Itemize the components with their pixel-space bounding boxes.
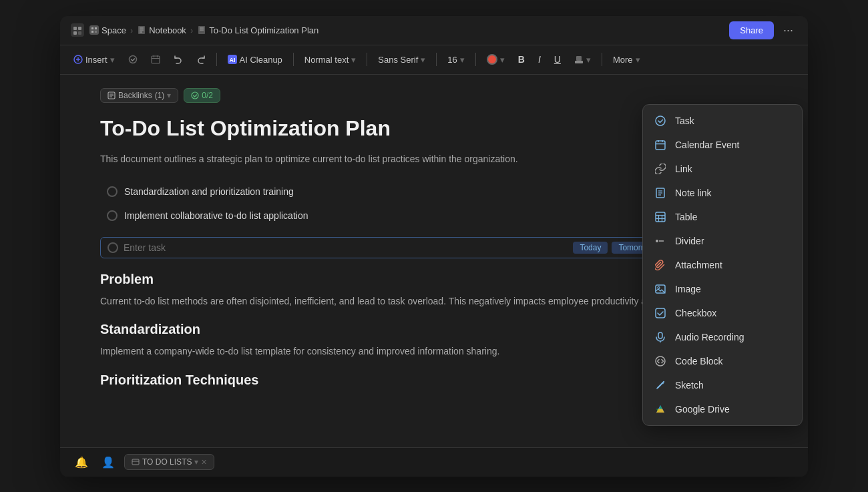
svg-rect-27: [575, 61, 583, 63]
menu-item-calendar-event[interactable]: Calendar Event: [643, 133, 802, 157]
svg-point-20: [129, 56, 136, 63]
redo-button[interactable]: [191, 52, 211, 67]
task-checkbox-1[interactable]: [107, 186, 118, 197]
svg-point-49: [656, 240, 658, 242]
menu-label-image: Image: [675, 284, 701, 294]
font-size-button[interactable]: 16 ▾: [442, 52, 469, 67]
menu-label-code-block: Code Block: [675, 356, 723, 366]
svg-point-33: [192, 92, 198, 99]
task-new-checkbox[interactable]: [107, 242, 118, 253]
google-drive-icon: [654, 403, 667, 416]
svg-rect-44: [656, 212, 665, 222]
bottom-tag-label: TO DO LISTS: [142, 457, 192, 467]
menu-item-table[interactable]: Table: [643, 205, 802, 229]
svg-point-52: [658, 286, 660, 288]
menu-item-image[interactable]: Image: [643, 277, 802, 301]
menu-label-attachment: Attachment: [675, 260, 722, 270]
svg-rect-7: [95, 27, 97, 29]
backlinks-count: (1): [155, 91, 165, 100]
svg-rect-57: [132, 459, 139, 465]
title-bar-actions: Share ···: [729, 21, 797, 40]
breadcrumb-sep-1: ›: [130, 25, 133, 35]
menu-item-sketch[interactable]: Sketch: [643, 373, 802, 397]
menu-label-link: Link: [675, 164, 692, 174]
svg-rect-4: [78, 31, 81, 35]
tasks-count: 0/2: [202, 91, 213, 100]
main-content: Backlinks (1) ▾ 0/2 To-Do List Optimizat…: [60, 75, 808, 447]
today-chip[interactable]: Today: [573, 242, 608, 254]
menu-item-google-drive[interactable]: Google Drive: [643, 397, 802, 421]
breadcrumb-doc[interactable]: To-Do List Optimization Plan: [197, 25, 318, 35]
svg-rect-3: [73, 31, 77, 35]
toolbar-separator-6: [602, 53, 602, 66]
menu-label-google-drive: Google Drive: [675, 404, 730, 415]
tasks-badge[interactable]: 0/2: [184, 88, 220, 103]
insert-dropdown-menu: Task Calendar Event Link Note link: [642, 104, 803, 426]
share-button[interactable]: Share: [729, 21, 774, 39]
remove-tag-button[interactable]: ×: [201, 457, 206, 467]
calendar-button[interactable]: [146, 52, 166, 67]
svg-rect-8: [91, 31, 93, 33]
toolbar-separator-3: [367, 53, 367, 66]
insert-button[interactable]: Insert ▾: [68, 52, 120, 67]
svg-rect-0: [71, 23, 84, 37]
menu-label-checkbox: Checkbox: [675, 308, 716, 318]
text-style-button[interactable]: Normal text ▾: [299, 52, 361, 67]
bottom-tag[interactable]: TO DO LISTS ▾ ×: [124, 454, 214, 470]
menu-item-link[interactable]: Link: [643, 157, 802, 181]
add-collaborator-button[interactable]: 👤: [97, 453, 119, 471]
undo-button[interactable]: [168, 52, 188, 67]
bold-button[interactable]: B: [513, 51, 530, 67]
italic-button[interactable]: I: [533, 51, 546, 67]
menu-item-note-link[interactable]: Note link: [643, 181, 802, 205]
more-button[interactable]: ···: [779, 21, 797, 40]
task-checkbox-2[interactable]: [107, 210, 118, 221]
attachment-icon: [654, 258, 667, 272]
tag-icon: [132, 458, 140, 466]
toolbar-separator-5: [475, 53, 476, 66]
breadcrumb-sep-2: ›: [190, 25, 193, 35]
menu-label-divider: Divider: [675, 236, 704, 246]
menu-label-table: Table: [675, 212, 697, 222]
checkbox-icon: [654, 306, 667, 320]
backlinks-label: Backlinks: [118, 91, 152, 100]
menu-label-calendar-event: Calendar Event: [675, 140, 740, 150]
task-input[interactable]: [124, 242, 568, 253]
calendar-event-icon: [654, 138, 667, 152]
sketch-icon: [654, 379, 667, 392]
code-block-icon: [654, 354, 667, 368]
breadcrumb-notebook[interactable]: Notebook: [137, 25, 186, 35]
image-icon: [654, 282, 667, 296]
svg-rect-1: [73, 27, 77, 30]
svg-rect-36: [656, 141, 665, 150]
menu-item-divider[interactable]: Divider: [643, 229, 802, 253]
app-window: Space › Notebook › To-Do List Optimizati…: [60, 16, 808, 477]
svg-rect-5: [89, 25, 99, 35]
breadcrumb-space[interactable]: Space: [89, 25, 126, 35]
highlight-button[interactable]: ▾: [569, 52, 596, 67]
menu-item-audio-recording[interactable]: Audio Recording: [643, 325, 802, 349]
menu-label-sketch: Sketch: [675, 380, 704, 391]
color-picker-button[interactable]: ▾: [481, 51, 510, 67]
app-icon: [71, 23, 84, 37]
font-family-button[interactable]: Sans Serif ▾: [373, 52, 431, 67]
table-icon: [654, 210, 667, 224]
svg-rect-54: [658, 332, 662, 338]
menu-item-attachment[interactable]: Attachment: [643, 253, 802, 277]
menu-item-code-block[interactable]: Code Block: [643, 349, 802, 373]
backlinks-badge[interactable]: Backlinks (1) ▾: [100, 88, 178, 103]
task-status-button[interactable]: [123, 52, 143, 67]
menu-label-task: Task: [675, 115, 694, 126]
svg-rect-9: [95, 31, 97, 33]
task-text-1[interactable]: Standardization and prioritization train…: [124, 186, 637, 197]
underline-button[interactable]: U: [549, 51, 566, 67]
more-formatting-button[interactable]: More ▾: [608, 52, 646, 67]
ai-cleanup-button[interactable]: AI AI Cleanup: [222, 52, 288, 67]
divider-icon: [654, 234, 667, 248]
menu-label-note-link: Note link: [675, 188, 711, 198]
menu-item-task[interactable]: Task: [643, 109, 802, 133]
notification-bell-button[interactable]: 🔔: [71, 453, 92, 471]
menu-item-checkbox[interactable]: Checkbox: [643, 301, 802, 325]
toolbar: Insert ▾ AI AI Cleanup Normal text ▾ San…: [60, 45, 808, 75]
menu-label-audio-recording: Audio Recording: [675, 332, 744, 342]
